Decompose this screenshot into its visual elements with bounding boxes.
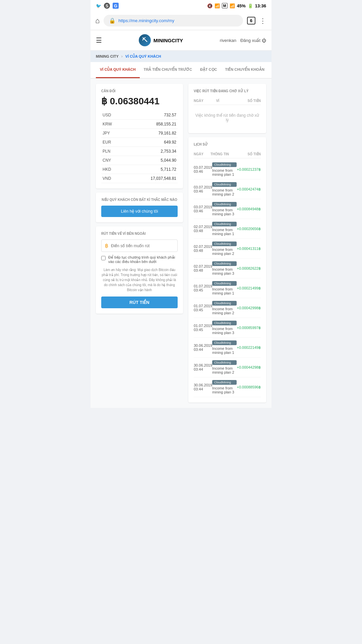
currency-code: PLN: [101, 147, 124, 156]
checkbox-row: Để tiếp tục chương trình quý khách phải …: [101, 255, 178, 264]
battery-icon: 🔋: [248, 3, 253, 8]
cloud-mining-badge: CloudMining: [212, 202, 237, 207]
currency-row: VND17,037,548.81: [101, 174, 178, 183]
logo-text: MININGCITY: [154, 38, 183, 43]
history-row-amount: +0.00088596฿: [237, 385, 261, 389]
signal-icon: 📶: [230, 3, 235, 8]
currency-table: USD732.57KRW858,155.21JPY79,161.82EUR649…: [101, 111, 178, 183]
currency-value: 5,711.72: [124, 165, 178, 174]
history-row-info: CloudMining Income from mining plan 1: [212, 162, 237, 176]
logout-label: Đăng xuất: [240, 38, 260, 43]
history-row-date: 01.07.201903:45: [194, 304, 212, 312]
history-row: 02.07.201903:48 CloudMining Income from …: [194, 219, 261, 239]
more-icon[interactable]: ⋮: [259, 17, 267, 25]
breadcrumb-current: VÍ CỦA QUÝ KHÁCH: [125, 54, 161, 59]
cloud-mining-badge: CloudMining: [212, 360, 237, 365]
history-row: 01.07.201903:45 CloudMining Income from …: [194, 298, 261, 318]
disclaimer-text: Làm ơn hãy nhớ rằng: Mọi giao dịch Bitco…: [101, 267, 178, 292]
pending-title: VIỆC RÚT TIỀN ĐANG CHỜ XỬ LÝ: [194, 89, 261, 93]
history-row-date: 30.06.201903:44: [194, 343, 212, 352]
history-row-info: CloudMining Income from mining plan 2: [212, 241, 237, 256]
cloud-mining-badge: CloudMining: [212, 281, 237, 286]
home-icon[interactable]: ⌂: [95, 16, 100, 25]
currency-code: KRW: [101, 120, 124, 129]
currency-value: 79,161.82: [124, 129, 178, 138]
currency-code: USD: [101, 111, 124, 120]
btc-icon: ฿: [105, 243, 108, 249]
tabs-container: VÍ CỦA QUÝ KHÁCH TRẢ TIỀN CHUYỂN TRƯỚC Đ…: [90, 62, 272, 78]
history-row: 03.07.201903:46 CloudMining Income from …: [194, 179, 261, 199]
history-row-desc: Income from mining plan 3: [212, 208, 237, 216]
cloud-mining-badge: CloudMining: [212, 321, 237, 325]
withdraw-input-wrap: ฿: [101, 239, 178, 252]
history-row: 03.07.201903:46 CloudMining Income from …: [194, 160, 261, 179]
logout-button[interactable]: Đăng xuất ⏻: [240, 38, 266, 43]
contact-card: NẾU QUÝ KHÁCH CÒN BẤT KÌ THẮC MẮC NÀO Li…: [96, 193, 183, 222]
browser-icon: S: [104, 3, 110, 9]
currency-value: 2,753.34: [124, 147, 178, 156]
withdraw-input[interactable]: [111, 244, 174, 248]
contact-button[interactable]: Liên hệ với chúng tôi: [101, 206, 178, 217]
currency-code: EUR: [101, 138, 124, 147]
twitter-icon: 🐦: [96, 3, 101, 8]
history-row-amount: +0.00022149฿: [237, 345, 261, 350]
breadcrumb-parent: MINING CITY: [96, 54, 119, 58]
history-row-desc: Income from mining plan 3: [212, 267, 237, 275]
breadcrumb-separator: ›: [121, 54, 123, 59]
cloud-mining-badge: CloudMining: [212, 162, 237, 167]
currency-row: KRW858,155.21: [101, 120, 178, 129]
tab-transfer[interactable]: TIỀN CHUYỂN KHOẢN: [221, 62, 268, 78]
history-row-desc: Income from mining plan 2: [212, 366, 237, 374]
pending-table-header: NGÀY VÍ SỐ TIỀN: [194, 97, 261, 105]
tab-overview[interactable]: TỔNG QUAN VỀ: [268, 62, 272, 78]
currency-row: USD732.57: [101, 111, 178, 120]
right-panel: VIỆC RÚT TIỀN ĐANG CHỜ XỬ LÝ NGÀY VÍ SỐ …: [183, 84, 266, 402]
cloud-mining-badge: CloudMining: [212, 241, 237, 246]
withdraw-card: RÚT TIỀN VỀ VÍ BÊN NGOÀI ฿ Để tiếp tục c…: [96, 226, 183, 314]
currency-value: 5,044.90: [124, 156, 178, 165]
history-row-date: 01.07.201903:45: [194, 284, 212, 292]
pending-empty-message: Việc không thể rút tiền đang chờ xử lý: [194, 108, 261, 128]
withdraw-button[interactable]: RÚT TIỀN: [101, 297, 178, 308]
history-row-desc: Income from mining plan 1: [212, 168, 237, 176]
currency-row: JPY79,161.82: [101, 129, 178, 138]
history-row-desc: Income from mining plan 1: [212, 346, 237, 355]
history-row-amount: +0.00042474฿: [237, 187, 261, 192]
hamburger-menu[interactable]: ☰: [96, 36, 102, 44]
currency-code: JPY: [101, 129, 124, 138]
history-row-amount: +0.00084948฿: [237, 207, 261, 211]
breadcrumb: MINING CITY › VÍ CỦA QUÝ KHÁCH: [90, 51, 272, 62]
status-indicators: 🔇 📶 M 📶 45% 🔋 13:36: [207, 3, 266, 8]
history-row-info: CloudMining Income from mining plan 1: [212, 281, 237, 295]
main-content: VÍ CỦA QUÝ KHÁCH TRẢ TIỀN CHUYỂN TRƯỚC Đ…: [90, 62, 272, 408]
content-area: CÂN ĐỐI ฿ 0.06380441 USD732.57KRW858,155…: [90, 78, 272, 408]
history-row-amount: +0.00020656฿: [237, 227, 261, 231]
tab-count[interactable]: 6: [247, 17, 255, 24]
cloud-mining-badge: CloudMining: [212, 380, 237, 385]
currency-code: VND: [101, 174, 124, 183]
sim-icon: M: [222, 3, 228, 8]
history-row-date: 02.07.201903:48: [194, 264, 212, 272]
cloud-mining-badge: CloudMining: [212, 340, 237, 345]
history-row-date: 30.06.201903:44: [194, 363, 212, 371]
history-row-desc: Income from mining plan 2: [212, 188, 237, 196]
cloud-mining-badge: CloudMining: [212, 222, 237, 226]
history-row-info: CloudMining Income from mining plan 2: [212, 182, 237, 196]
currency-row: CNY5,044.90: [101, 156, 178, 165]
tab-wallet[interactable]: VÍ CỦA QUÝ KHÁCH: [96, 62, 140, 78]
history-row-desc: Income from mining plan 1: [212, 287, 237, 295]
history-title: LỊCH SỬ: [194, 143, 261, 146]
browser-bar: ⌂ 🔒 https://me.miningcity.com/my 6 ⋮: [90, 11, 272, 30]
history-row: 02.07.201903:48 CloudMining Income from …: [194, 239, 261, 259]
history-row-amount: +0.00082622฿: [237, 266, 261, 271]
url-text: https://me.miningcity.com/my: [118, 18, 174, 23]
lock-icon: 🔒: [109, 17, 116, 24]
url-bar[interactable]: 🔒 https://me.miningcity.com/my: [104, 15, 243, 26]
tab-deposit[interactable]: ĐẶT CỌC: [196, 62, 221, 78]
history-row-info: CloudMining Income from mining plan 1: [212, 222, 237, 236]
terms-checkbox[interactable]: [101, 256, 106, 260]
logo-icon: ⛏: [139, 34, 151, 46]
history-row-info: CloudMining Income from mining plan 2: [212, 360, 237, 374]
tab-prepay[interactable]: TRẢ TIỀN CHUYỂN TRƯỚC: [140, 62, 196, 78]
history-row-desc: Income from mining plan 2: [212, 248, 237, 256]
